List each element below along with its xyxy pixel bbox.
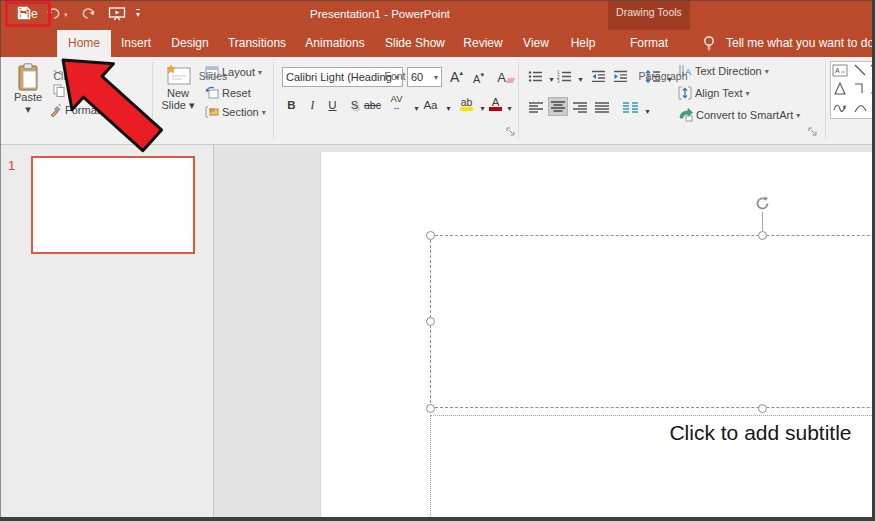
justify-button[interactable] (593, 99, 610, 117)
align-text-button[interactable]: Align Text ▾ (678, 86, 750, 100)
highlight-colorbar-icon (460, 107, 473, 111)
font-group-label: Font (335, 70, 455, 82)
character-spacing-button[interactable]: AV ↔ (388, 94, 405, 112)
strikethrough-button[interactable]: abc (364, 96, 381, 114)
font-dialog-launcher-icon[interactable] (506, 127, 515, 136)
slide-number: 1 (8, 158, 15, 173)
tab-transitions[interactable]: Transitions (222, 30, 292, 57)
section-icon (205, 106, 219, 118)
numbering-caret-icon[interactable]: ▾ (572, 70, 589, 88)
align-text-caret-icon: ▾ (746, 89, 750, 98)
tell-me-box[interactable]: Tell me what you want to do (726, 30, 874, 57)
rotate-handle-icon[interactable] (754, 195, 771, 212)
shrink-font-button[interactable]: A▾ (470, 70, 487, 88)
tab-view[interactable]: View (514, 30, 558, 57)
powerpoint-window: Drawing Tools ▾ ▾ Presentation1 - PowerP… (0, 0, 875, 521)
change-case-button[interactable]: Aa (422, 96, 439, 114)
smartart-icon (678, 108, 693, 122)
start-slideshow-icon[interactable] (108, 6, 126, 24)
customize-qat-icon[interactable]: ▾ (136, 9, 140, 19)
paragraph-group-label: Paragraph (600, 70, 726, 82)
tab-animations[interactable]: Animations (300, 30, 370, 57)
tab-design[interactable]: Design (162, 30, 218, 57)
align-left-button[interactable] (527, 99, 544, 117)
bold-button[interactable]: B (283, 96, 300, 114)
undo-caret-icon[interactable]: ▾ (64, 6, 68, 24)
tab-slide-show[interactable]: Slide Show (378, 30, 452, 57)
align-right-button[interactable] (571, 99, 588, 117)
subtitle-placeholder[interactable]: Click to add subtitle (430, 415, 875, 521)
paragraph-dialog-launcher-icon[interactable] (808, 127, 817, 136)
rotate-handle-stem (762, 212, 763, 231)
svg-text:A: A (835, 67, 840, 74)
redo-icon[interactable] (80, 6, 96, 24)
resize-handle-top-left[interactable] (426, 231, 435, 240)
window-title: Presentation1 - PowerPoint (260, 8, 500, 20)
tab-file[interactable]: File (5, 1, 51, 27)
title-placeholder[interactable] (430, 235, 875, 408)
columns-button[interactable] (622, 99, 639, 117)
case-caret-icon[interactable]: ▾ (440, 99, 457, 117)
svg-text:3: 3 (557, 79, 560, 83)
shape-icons: A (831, 62, 875, 118)
numbering-button[interactable]: 123 (556, 67, 573, 85)
tab-insert[interactable]: Insert (114, 30, 158, 57)
tell-me-lightbulb-icon[interactable] (702, 35, 716, 53)
subtitle-prompt-text[interactable]: Click to add subtitle (431, 421, 875, 445)
highlight-color-button[interactable]: ab (458, 94, 475, 112)
grow-font-arrow-icon: ▴ (459, 69, 463, 77)
new-slide-caret-icon: ▾ (189, 99, 195, 111)
resize-handle-middle-left[interactable] (426, 317, 435, 326)
reset-icon (205, 86, 219, 99)
tab-format[interactable]: Format (608, 30, 690, 57)
reset-button[interactable]: Reset (205, 86, 251, 99)
slides-group-label: Slides (160, 70, 266, 82)
underline-button[interactable]: U (324, 96, 341, 114)
clear-formatting-button[interactable]: A (497, 68, 514, 86)
smartart-caret-icon: ▾ (796, 111, 800, 120)
convert-smartart-button[interactable]: Convert to SmartArt ▾ (678, 108, 800, 122)
resize-handle-top-middle[interactable] (758, 231, 767, 240)
paste-caret-icon: ▾ (25, 103, 31, 116)
shapes-gallery[interactable]: A (830, 61, 875, 119)
font-color-caret-icon[interactable]: ▾ (501, 99, 518, 117)
shrink-font-arrow-icon: ▾ (480, 71, 484, 79)
italic-button[interactable]: I (304, 96, 321, 114)
align-text-icon (678, 86, 692, 100)
resize-handle-bottom-middle[interactable] (758, 404, 767, 413)
bullets-button[interactable] (527, 67, 544, 85)
text-shadow-button[interactable]: S (346, 96, 363, 114)
tab-review[interactable]: Review (456, 30, 510, 57)
spacing-arrows-icon: ↔ (392, 103, 401, 111)
slide-thumbnail[interactable] (31, 156, 195, 254)
section-button[interactable]: Section ▾ (205, 106, 266, 118)
drawing-tools-label: Drawing Tools (608, 6, 690, 18)
columns-caret-icon[interactable]: ▾ (639, 102, 656, 120)
tab-help[interactable]: Help (562, 30, 604, 57)
text-direction-caret-icon: ▾ (765, 67, 769, 76)
resize-handle-bottom-left[interactable] (426, 404, 435, 413)
editing-canvas: Click to add subtitle (214, 145, 875, 521)
section-caret-icon: ▾ (262, 108, 266, 117)
eraser-icon (506, 78, 515, 83)
align-center-button[interactable] (548, 97, 568, 116)
